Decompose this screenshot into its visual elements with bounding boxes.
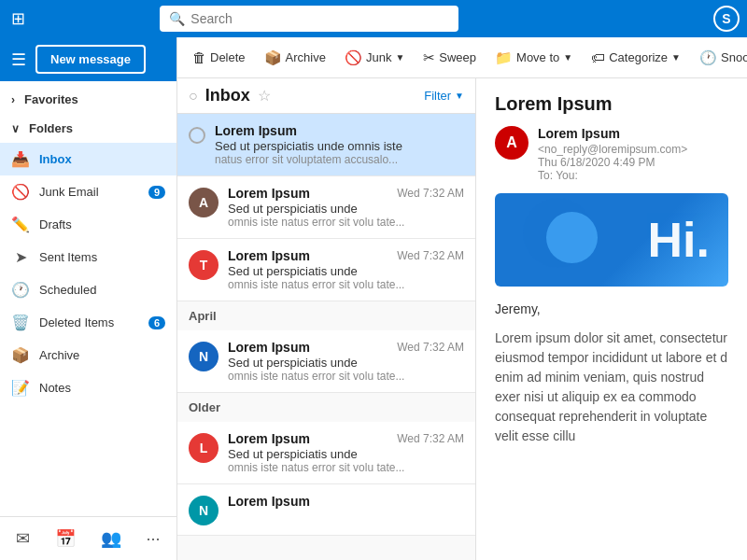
sidebar-item-inbox[interactable]: 📥 Inbox: [0, 143, 176, 175]
avatar: A: [189, 188, 218, 217]
deleted-icon: 🗑️: [11, 314, 30, 331]
sidebar: ☰ New message › Favorites ∨ Folders 📥 In…: [0, 37, 177, 560]
moveto-button[interactable]: 📁 Move to ▼: [487, 46, 580, 70]
sender-name: Lorem Ipsum: [215, 123, 297, 138]
email-subject: Sed ut perspiciatis unde: [228, 264, 464, 278]
categorize-icon: 🏷: [591, 49, 605, 65]
sidebar-footer: ✉ 📅 👥 ···: [0, 516, 176, 560]
junk-button[interactable]: 🚫 Junk ▼: [337, 46, 412, 70]
email-content: Lorem Ipsum Wed 7:32 AM Sed ut perspicia…: [228, 431, 464, 474]
snooze-button[interactable]: 🕐 Snooze: [692, 46, 747, 70]
hamburger-icon[interactable]: ☰: [11, 49, 26, 70]
sidebar-item-deleted[interactable]: 🗑️ Deleted Items 6: [0, 306, 176, 339]
mail-footer-icon[interactable]: ✉: [8, 525, 37, 553]
email-to: To: You:: [538, 169, 728, 182]
sender-display-name: Lorem Ipsum <no_reply@loremipsum.com>: [538, 126, 728, 156]
list-header: ○ Inbox ☆ Filter ▼: [177, 78, 475, 114]
inbox-title: Inbox: [205, 86, 250, 105]
email-preview: omnis iste natus error sit volu tate...: [228, 461, 464, 474]
new-message-button[interactable]: New message: [35, 45, 146, 74]
email-content: Lorem Ipsum Wed 7:32 AM Sed ut perspicia…: [228, 186, 464, 229]
sidebar-item-archive[interactable]: 📦 Archive: [0, 339, 176, 371]
main-layout: ☰ New message › Favorites ∨ Folders 📥 In…: [0, 37, 747, 560]
junk-icon: 🚫: [11, 183, 30, 201]
archive-icon: 📦: [11, 346, 30, 364]
sender-info: Lorem Ipsum <no_reply@loremipsum.com> Th…: [538, 126, 728, 182]
sender-address: <no_reply@loremipsum.com>: [538, 143, 687, 156]
sidebar-item-drafts[interactable]: ✏️ Drafts: [0, 208, 176, 241]
avatar: L: [189, 433, 218, 463]
table-row[interactable]: N Lorem Ipsum Wed 7:32 AM Sed ut perspic…: [177, 330, 475, 393]
email-list-body: Lorem Ipsum Sed ut perspiciatis unde omn…: [177, 114, 475, 560]
search-box[interactable]: 🔍: [160, 6, 458, 32]
table-row[interactable]: Lorem Ipsum Sed ut perspiciatis unde omn…: [177, 114, 475, 176]
sidebar-header: ☰ New message: [0, 37, 176, 81]
table-row[interactable]: T Lorem Ipsum Wed 7:32 AM Sed ut perspic…: [177, 239, 475, 301]
chevron-down-icon: ∨: [11, 122, 20, 135]
toolbar: 🗑 Delete 📦 Archive 🚫 Junk ▼ ✂ Sweep 📁 Mo…: [177, 37, 747, 78]
categorize-dropdown-icon: ▼: [671, 52, 681, 63]
email-time: Wed 7:32 AM: [397, 249, 464, 262]
email-body: Jeremy, Lorem ipsum dolor sit amet, cons…: [495, 300, 728, 446]
junk-dropdown-icon: ▼: [395, 52, 404, 63]
email-time: Wed 7:32 AM: [397, 187, 464, 200]
sidebar-item-sent[interactable]: ➤ Sent Items: [0, 241, 176, 273]
sender-name: Lorem Ipsum: [228, 186, 310, 201]
sender-name: Lorem Ipsum: [228, 340, 310, 355]
sidebar-item-junk[interactable]: 🚫 Junk Email 9: [0, 175, 176, 208]
search-icon: 🔍: [169, 11, 185, 26]
snooze-icon: 🕐: [699, 49, 717, 66]
email-content: Lorem Ipsum Sed ut perspiciatis unde omn…: [215, 123, 464, 166]
moveto-icon: 📁: [495, 49, 513, 66]
email-preview: omnis iste natus error sit volu tate...: [228, 370, 464, 383]
delete-button[interactable]: 🗑 Delete: [185, 46, 253, 69]
table-row[interactable]: L Lorem Ipsum Wed 7:32 AM Sed ut perspic…: [177, 422, 475, 484]
drafts-icon: ✏️: [11, 216, 30, 233]
inbox-icon: 📥: [11, 150, 30, 168]
inbox-check-icon: ○: [189, 88, 198, 105]
sweep-button[interactable]: ✂ Sweep: [416, 46, 484, 70]
sender-avatar: A: [495, 126, 529, 160]
deleted-badge: 6: [148, 316, 165, 329]
sidebar-item-scheduled[interactable]: 🕐 Scheduled: [0, 273, 176, 306]
email-subject: Sed ut perspiciatis unde: [228, 356, 464, 370]
notes-icon: 📝: [11, 379, 30, 397]
search-input[interactable]: [190, 11, 449, 26]
archive-button[interactable]: 📦 Archive: [257, 46, 333, 70]
section-label-april: April: [177, 301, 475, 330]
junk-badge: 9: [148, 186, 165, 199]
sweep-icon: ✂: [423, 49, 435, 66]
chevron-right-icon: ›: [11, 93, 15, 106]
table-row[interactable]: N Lorem Ipsum: [177, 484, 475, 536]
archive-toolbar-icon: 📦: [264, 49, 282, 66]
email-preview: natus error sit voluptatem accusalo...: [215, 153, 464, 166]
skype-avatar[interactable]: S: [713, 6, 740, 32]
email-date: Thu 6/18/2020 4:49 PM: [538, 156, 728, 169]
sidebar-nav: › Favorites ∨ Folders 📥 Inbox 🚫 Junk Ema…: [0, 81, 176, 516]
content-area: ○ Inbox ☆ Filter ▼ Lorem Ipsum: [177, 78, 747, 560]
sidebar-item-notes[interactable]: 📝 Notes: [0, 371, 176, 404]
email-list: ○ Inbox ☆ Filter ▼ Lorem Ipsum: [177, 78, 476, 560]
sidebar-item-favorites[interactable]: › Favorites: [0, 85, 176, 114]
email-preview: omnis iste natus error sit volu tate...: [228, 278, 464, 291]
reading-title: Lorem Ipsum: [495, 93, 728, 115]
email-content: Lorem Ipsum: [228, 494, 464, 509]
sender-name: Lorem Ipsum: [228, 494, 310, 509]
calendar-footer-icon[interactable]: 📅: [48, 525, 83, 553]
moveto-dropdown-icon: ▼: [563, 52, 572, 63]
email-radio[interactable]: [189, 127, 205, 144]
people-footer-icon[interactable]: 👥: [93, 525, 129, 553]
waffle-icon[interactable]: ⊞: [7, 5, 29, 33]
avatar: N: [189, 496, 218, 525]
junk-toolbar-icon: 🚫: [345, 49, 362, 66]
table-row[interactable]: A Lorem Ipsum Wed 7:32 AM Sed ut perspic…: [177, 176, 475, 239]
filter-button[interactable]: Filter ▼: [424, 89, 464, 103]
sidebar-section-folders[interactable]: ∨ Folders: [0, 114, 176, 143]
star-icon[interactable]: ☆: [258, 87, 271, 105]
sent-icon: ➤: [11, 248, 30, 266]
more-footer-icon[interactable]: ···: [139, 525, 168, 553]
reading-pane: Lorem Ipsum A Lorem Ipsum <no_reply@lore…: [476, 78, 747, 560]
sender-name: Lorem Ipsum: [228, 248, 310, 263]
categorize-button[interactable]: 🏷 Categorize ▼: [584, 46, 688, 69]
avatar: T: [189, 250, 218, 280]
